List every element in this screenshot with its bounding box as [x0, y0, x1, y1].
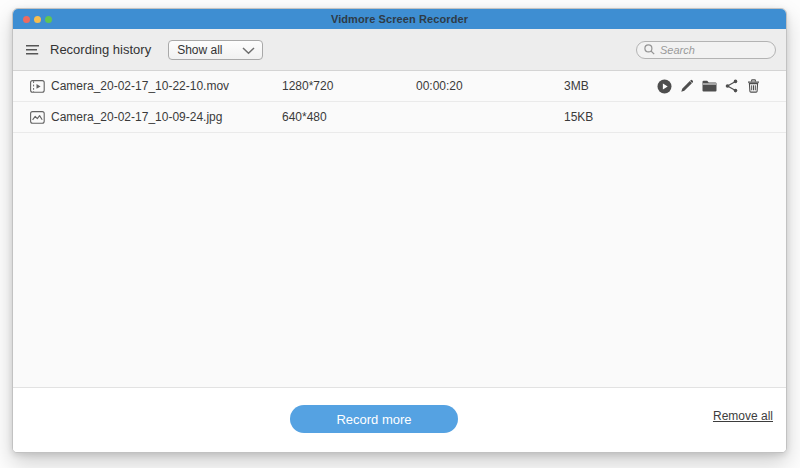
- edit-icon[interactable]: [679, 79, 694, 94]
- play-icon[interactable]: [657, 79, 672, 94]
- open-folder-icon[interactable]: [702, 79, 717, 94]
- remove-all-link[interactable]: Remove all: [713, 409, 773, 423]
- video-file-icon: [30, 71, 45, 101]
- page-title: Recording history: [50, 42, 151, 57]
- delete-icon[interactable]: [746, 79, 761, 94]
- recording-list: Camera_20-02-17_10-22-10.mov 1280*720 00…: [13, 71, 786, 387]
- traffic-lights: [23, 9, 52, 29]
- window-title: Vidmore Screen Recorder: [331, 13, 468, 25]
- file-name: Camera_20-02-17_10-09-24.jpg: [51, 102, 222, 132]
- filter-dropdown-value: Show all: [177, 43, 242, 57]
- share-icon[interactable]: [724, 79, 739, 94]
- file-name: Camera_20-02-17_10-22-10.mov: [51, 71, 229, 101]
- file-duration: 00:00:20: [416, 71, 463, 101]
- toolbar: Recording history Show all: [13, 29, 786, 71]
- file-resolution: 640*480: [282, 102, 327, 132]
- filter-dropdown[interactable]: Show all: [168, 40, 263, 60]
- menu-icon[interactable]: [26, 44, 40, 56]
- recording-row-image: Camera_20-02-17_10-09-24.jpg 640*480 15K…: [13, 102, 786, 133]
- chevron-down-icon: [242, 41, 255, 59]
- recording-row-video: Camera_20-02-17_10-22-10.mov 1280*720 00…: [13, 71, 786, 102]
- footer: Record more Remove all: [13, 387, 786, 453]
- image-file-icon: [30, 102, 45, 132]
- search-icon: [644, 41, 655, 59]
- record-more-button[interactable]: Record more: [290, 405, 458, 433]
- search-input[interactable]: [660, 44, 767, 56]
- close-window-button[interactable]: [23, 16, 30, 23]
- titlebar: Vidmore Screen Recorder: [13, 9, 786, 29]
- zoom-window-button[interactable]: [45, 16, 52, 23]
- search-box[interactable]: [636, 41, 776, 59]
- file-resolution: 1280*720: [282, 71, 333, 101]
- app-window: Vidmore Screen Recorder Recording histor…: [12, 8, 787, 453]
- minimize-window-button[interactable]: [34, 16, 41, 23]
- file-size: 3MB: [564, 71, 589, 101]
- file-size: 15KB: [564, 102, 593, 132]
- row-actions: [657, 71, 761, 101]
